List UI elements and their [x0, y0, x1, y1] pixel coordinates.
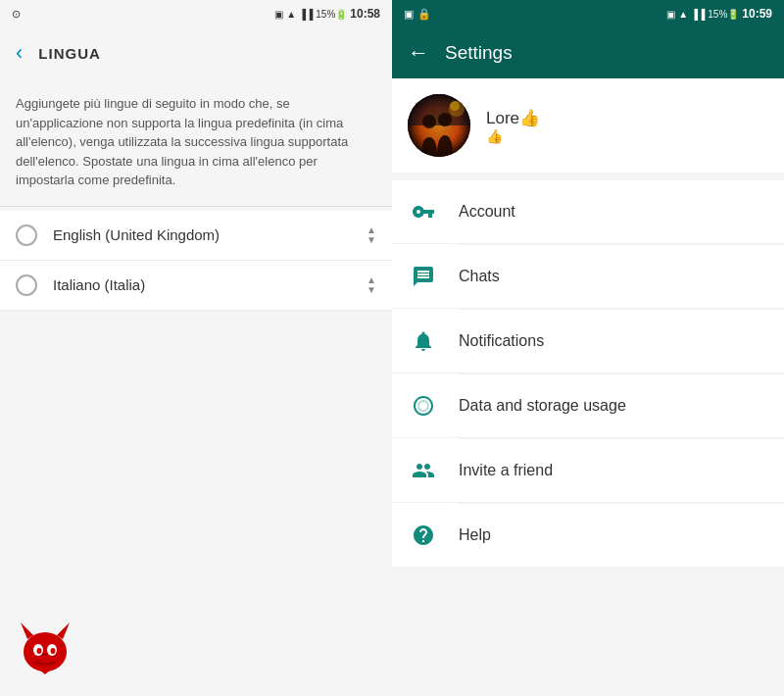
- avatar-image: [408, 94, 470, 157]
- menu-item-account[interactable]: Account: [392, 180, 784, 244]
- menu-item-help[interactable]: Help: [392, 504, 784, 567]
- signal-right: ▐▐: [691, 9, 705, 20]
- svg-point-5: [37, 648, 42, 654]
- profile-section[interactable]: Lore👍 👍: [392, 78, 784, 173]
- menu-item-invite[interactable]: Invite a friend: [392, 439, 784, 503]
- profile-status-emoji: 👍: [486, 128, 540, 144]
- account-label: Account: [459, 203, 515, 221]
- battery-left: 15%🔋: [316, 9, 347, 20]
- left-panel: ⊙ ▣ ▲ ▐▐ 15%🔋 10:58 ‹ LINGUA Aggiungete …: [0, 0, 392, 696]
- signal-icon: ▐▐: [299, 9, 313, 20]
- wifi-icon: ▲: [286, 9, 296, 20]
- back-button-left[interactable]: ‹: [16, 40, 23, 66]
- language-list: English (United Kingdom) ▲ ▼ Italiano (I…: [0, 211, 392, 311]
- avatar: [408, 94, 470, 157]
- profile-info: Lore👍 👍: [486, 108, 540, 144]
- devil-logo-svg: [16, 618, 74, 676]
- arrow-down-italiano: ▼: [367, 285, 376, 295]
- bottom-logo: [16, 618, 74, 680]
- invite-label: Invite a friend: [459, 462, 553, 479]
- sim-right: ▣: [666, 9, 675, 20]
- data-storage-label: Data and storage usage: [459, 397, 626, 415]
- battery-right: 15%🔋: [708, 9, 739, 20]
- language-item-english[interactable]: English (United Kingdom) ▲ ▼: [0, 211, 392, 261]
- status-right-icons: ▣ ▲ ▐▐ 15%🔋 10:58: [274, 7, 380, 21]
- sort-arrows-english[interactable]: ▲ ▼: [367, 225, 376, 245]
- description-box: Aggiungete più lingue di seguito in modo…: [0, 78, 392, 202]
- settings-menu: Account Chats Notifications: [392, 180, 784, 567]
- sim-icon: ▣: [274, 9, 283, 20]
- notifications-icon: [408, 325, 439, 357]
- help-icon: [408, 520, 439, 551]
- radio-english[interactable]: [16, 224, 37, 246]
- menu-item-chats[interactable]: Chats: [392, 245, 784, 309]
- svg-point-0: [24, 632, 67, 671]
- language-item-italiano[interactable]: Italiano (Italia) ▲ ▼: [0, 261, 392, 311]
- svg-point-6: [51, 648, 56, 654]
- svg-marker-2: [57, 622, 70, 639]
- lock-icon: 🔒: [417, 8, 431, 21]
- sort-arrows-italiano[interactable]: ▲ ▼: [367, 275, 376, 295]
- screenshot-icon: ▣: [404, 8, 414, 21]
- help-label: Help: [459, 526, 491, 544]
- android-icon: ⊙: [12, 8, 21, 21]
- lingua-title: LINGUA: [38, 45, 101, 62]
- svg-rect-7: [42, 654, 48, 656]
- arrow-up-english: ▲: [367, 225, 376, 235]
- status-right-icons-left: ▣ 🔒: [404, 8, 431, 21]
- svg-marker-8: [39, 670, 51, 674]
- arrow-up-italiano: ▲: [367, 275, 376, 285]
- data-storage-icon: [408, 390, 439, 422]
- settings-header: ← Settings: [392, 27, 784, 78]
- arrow-down-english: ▼: [367, 235, 376, 245]
- time-right: 10:59: [742, 7, 772, 21]
- account-icon: [408, 196, 439, 227]
- svg-point-12: [438, 113, 452, 126]
- svg-point-11: [422, 115, 436, 128]
- language-name-english: English (United Kingdom): [53, 226, 367, 243]
- language-name-italiano: Italiano (Italia): [53, 276, 367, 293]
- radio-italiano[interactable]: [16, 274, 37, 296]
- right-panel: ▣ 🔒 ▣ ▲ ▐▐ 15%🔋 10:59 ← Settings: [392, 0, 784, 696]
- chats-label: Chats: [459, 268, 500, 285]
- notifications-label: Notifications: [459, 332, 544, 350]
- invite-icon: [408, 455, 439, 486]
- divider-top: [0, 206, 392, 207]
- settings-title: Settings: [445, 42, 513, 64]
- chats-icon: [408, 261, 439, 292]
- status-left-icons: ⊙: [12, 8, 21, 21]
- svg-marker-1: [21, 622, 33, 639]
- description-text: Aggiungete più lingue di seguito in modo…: [16, 94, 376, 190]
- menu-item-data-storage[interactable]: Data and storage usage: [392, 374, 784, 438]
- status-bar-right: ▣ 🔒 ▣ ▲ ▐▐ 15%🔋 10:59: [392, 0, 784, 27]
- svg-point-14: [450, 101, 460, 111]
- wifi-right: ▲: [678, 9, 688, 20]
- top-bar-left: ‹ LINGUA: [0, 27, 392, 78]
- profile-name: Lore👍: [486, 108, 540, 128]
- status-right-icons-right: ▣ ▲ ▐▐ 15%🔋 10:59: [666, 7, 772, 21]
- menu-item-notifications[interactable]: Notifications: [392, 310, 784, 373]
- back-button-settings[interactable]: ←: [408, 40, 429, 66]
- status-bar-left: ⊙ ▣ ▲ ▐▐ 15%🔋 10:58: [0, 0, 392, 27]
- time-left: 10:58: [350, 7, 380, 21]
